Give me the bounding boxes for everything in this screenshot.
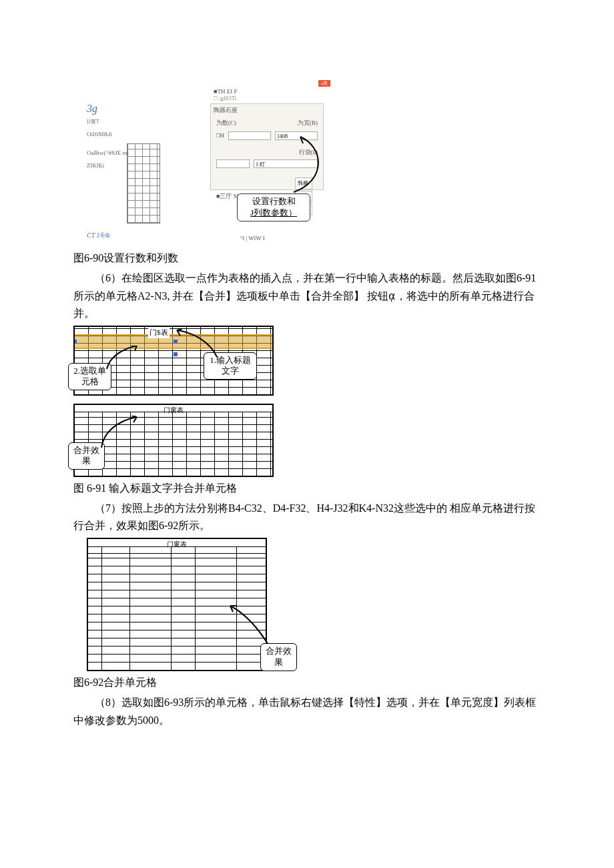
arrow-swoosh xyxy=(287,133,334,193)
grip-mid xyxy=(174,340,178,344)
fig692-header-row xyxy=(88,547,266,554)
close-badge: x关 xyxy=(318,80,330,87)
input-blank xyxy=(216,159,250,168)
grip-left xyxy=(73,340,77,344)
label-3g-sub: IJ莱T xyxy=(87,117,194,126)
checkbox-h: □H xyxy=(216,131,224,141)
garbled-line-1: OiIfiM&Ii xyxy=(87,129,194,139)
paragraph-step-6: （6）在绘图区选取一点作为表格的插入点，并在第一行中输入表格的标题。然后选取如图… xyxy=(73,270,541,322)
merged-title-cell: 门窗表 xyxy=(75,405,272,412)
fig692-body-rows xyxy=(88,554,266,670)
callout-enter-title: 1.输入标题文字 xyxy=(204,352,257,380)
caption-6-90: 图6-90设置行数和列数 xyxy=(73,250,541,267)
title-cell-text: 门$表 xyxy=(148,326,170,338)
callout-line1: 设置行数和 xyxy=(252,196,296,206)
paragraph-step-7: （7）按照上步的方法分别将B4-C32、D4-F32、H4-J32和K4-N32… xyxy=(73,500,541,535)
panel-title: 陶器石座 xyxy=(211,104,323,117)
caption-6-91: 图 6-91 输入标题文字并合并单元格 xyxy=(73,480,541,497)
figure-6-92: 门窗表 合并效果 xyxy=(87,538,280,671)
figure-6-90: x关 3g IJ莱T OiIfiM&Ii OaBtw(^#SJE mi ZIKI… xyxy=(87,80,327,247)
callout-line2: J列数参数） xyxy=(250,207,297,218)
fig692-title-cell: 门窗表 xyxy=(88,539,266,547)
preview-grid xyxy=(127,143,160,224)
fig692-table: 门窗表 xyxy=(87,538,267,671)
paragraph-step-8: （8）选取如图6-93所示的单元格，单击鼠标右键选择【特性】选项，并在【单元宽度… xyxy=(73,694,541,729)
below-link-text: °l | WlW I xyxy=(240,234,265,244)
callout-merge-result: 合并效果 xyxy=(68,442,105,470)
callout-merge-result-2: 合并效果 xyxy=(260,643,297,671)
ct-label: CT 1®& xyxy=(87,230,110,242)
grip-mid2 xyxy=(174,352,178,356)
callout-select-cells: 2.选取单元格 xyxy=(68,363,111,391)
figure-6-91: 门$表 2.选取单元格 1.输入标题文字 门窗表 合并效果 xyxy=(73,326,274,477)
hdr-right: □ :gflOTi xyxy=(214,93,236,103)
label-width: 为宽(B) xyxy=(298,118,318,128)
label-columns: 为数(C) xyxy=(216,118,236,128)
caption-6-92: 图6-92合并单元格 xyxy=(73,674,541,691)
label-3g: 3g xyxy=(87,100,194,117)
callout-row-col-params: 设置行数和 J列数参数） xyxy=(237,193,310,222)
input-columns xyxy=(228,131,271,140)
